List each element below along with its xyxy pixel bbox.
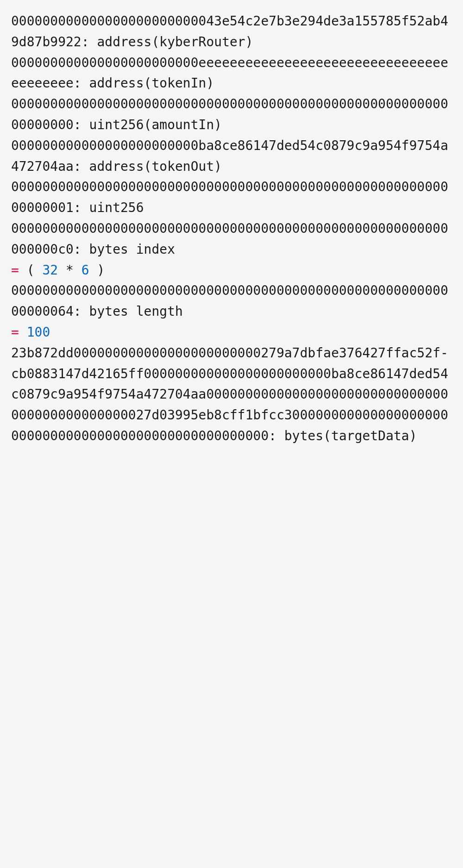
- number-32: 32: [42, 262, 58, 278]
- hex-line-target-data-2: cb0883147d42165ff00000000000000000000000…: [11, 364, 452, 447]
- expr-line-length-value: = 100: [11, 322, 452, 343]
- hex-line-token-in: 000000000000000000000000eeeeeeeeeeeeeeee…: [11, 53, 452, 94]
- hex-line-target-data-1: 23b872dd000000000000000000000000279a7dbf…: [11, 343, 452, 364]
- close-paren: ): [89, 262, 105, 278]
- hex-line-kyber-router: 000000000000000000000000043e54c2e7b3e294…: [11, 11, 452, 53]
- equals-sign: =: [11, 262, 19, 278]
- multiply-op: *: [58, 262, 81, 278]
- hex-line-token-out: 000000000000000000000000ba8ce86147ded54c…: [11, 136, 452, 177]
- open-paren: (: [19, 262, 43, 278]
- hex-line-uint256: 0000000000000000000000000000000000000000…: [11, 177, 452, 219]
- hex-line-bytes-index: 0000000000000000000000000000000000000000…: [11, 219, 452, 260]
- number-100: 100: [27, 325, 50, 340]
- hex-line-amount-in: 0000000000000000000000000000000000000000…: [11, 94, 452, 136]
- number-6: 6: [81, 262, 89, 278]
- space: [19, 325, 27, 340]
- expr-line-index-calc: = ( 32 * 6 ): [11, 260, 452, 281]
- equals-sign: =: [11, 325, 19, 340]
- code-block: 000000000000000000000000043e54c2e7b3e294…: [11, 11, 452, 447]
- hex-line-bytes-length: 0000000000000000000000000000000000000000…: [11, 281, 452, 322]
